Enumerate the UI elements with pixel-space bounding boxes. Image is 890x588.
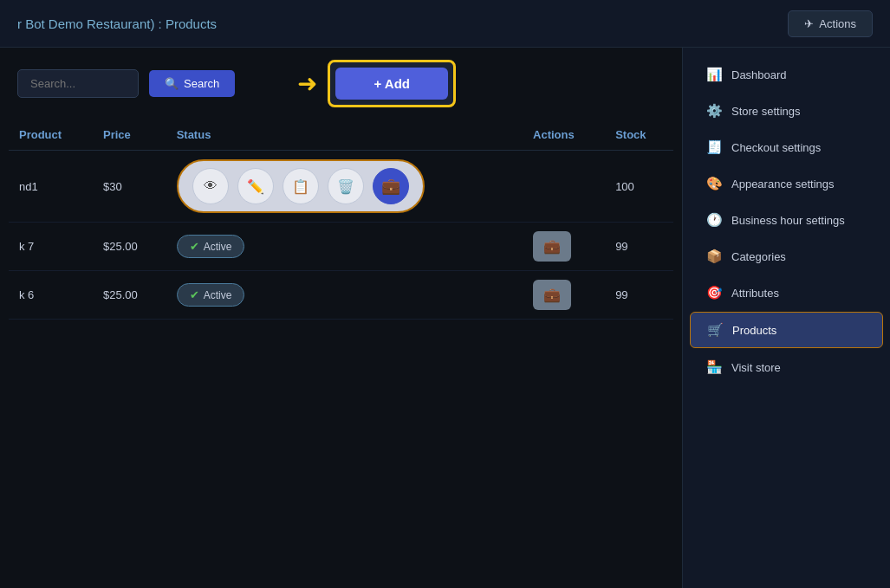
main-layout: 🔍 Search ➜ + Add Product Price Status Ac…	[0, 48, 890, 588]
sidebar-item-dashboard[interactable]: 📊 Dashboard	[690, 57, 883, 92]
row-actions-button[interactable]: 💼	[533, 231, 571, 262]
search-input[interactable]	[17, 69, 139, 98]
cell-stock: 99	[605, 271, 673, 320]
edit-button[interactable]: ✏️	[237, 168, 274, 204]
col-product: Product	[9, 120, 93, 151]
sidebar-item-appearance-settings[interactable]: 🎨 Appearance settings	[690, 166, 883, 201]
checkout-settings-icon: 🧾	[705, 139, 723, 155]
sidebar: 📊 Dashboard ⚙️ Store settings 🧾 Checkout…	[682, 48, 890, 588]
sidebar-item-store-settings[interactable]: ⚙️ Store settings	[690, 94, 883, 128]
header: r Bot Demo Restaurant) : Products ✈ Acti…	[0, 0, 890, 48]
dashboard-icon: 📊	[705, 67, 723, 82]
row-actions-button[interactable]: 💼	[533, 280, 571, 310]
sidebar-item-label: Appearance settings	[731, 178, 867, 191]
products-table: Product Price Status Actions Stock nd1 $…	[9, 120, 673, 320]
search-icon: 🔍	[165, 77, 179, 90]
cell-price: $25.00	[93, 223, 166, 271]
delete-button[interactable]: 🗑️	[328, 168, 364, 204]
cell-status: 👁 ✏️ 📋 🗑️ 💼	[166, 151, 523, 223]
add-button-wrapper: + Add	[328, 60, 456, 107]
col-stock: Stock	[605, 120, 673, 151]
cell-product: k 7	[9, 223, 93, 271]
cell-actions: 💼	[523, 271, 605, 320]
table-row: k 7 $25.00 ✔ Active 💼 99	[9, 223, 673, 271]
cell-actions: 💼	[523, 223, 605, 271]
cell-product: nd1	[9, 151, 93, 223]
sidebar-item-label: Business hour settings	[731, 214, 867, 227]
cell-stock: 99	[605, 223, 673, 271]
content-area: 🔍 Search ➜ + Add Product Price Status Ac…	[0, 48, 682, 588]
sidebar-item-products[interactable]: 🛒 Products	[690, 312, 883, 348]
sidebar-item-label: Visit store	[731, 361, 867, 374]
cell-price: $30	[93, 151, 166, 223]
arrow-indicator: ➜	[297, 72, 317, 96]
cell-price: $25.00	[93, 271, 166, 320]
sidebar-item-label: Attributes	[731, 287, 867, 300]
page-title: r Bot Demo Restaurant) : Products	[17, 16, 217, 31]
col-status: Status	[166, 120, 523, 151]
products-table-container: Product Price Status Actions Stock nd1 $…	[0, 120, 682, 588]
briefcase-expand-button[interactable]: 💼	[373, 168, 409, 204]
store-settings-icon: ⚙️	[705, 103, 723, 119]
products-icon: 🛒	[706, 322, 724, 338]
sidebar-item-label: Checkout settings	[731, 141, 867, 154]
cell-stock: 100	[605, 151, 673, 223]
cell-actions	[523, 151, 605, 223]
cell-status: ✔ Active	[166, 223, 523, 271]
cell-status: ✔ Active	[166, 271, 523, 320]
sidebar-item-checkout-settings[interactable]: 🧾 Checkout settings	[690, 130, 883, 165]
table-row: k 6 $25.00 ✔ Active 💼 99	[9, 271, 673, 320]
actions-button[interactable]: ✈ Actions	[788, 10, 873, 37]
appearance-settings-icon: 🎨	[705, 176, 723, 191]
sidebar-item-label: Dashboard	[731, 68, 867, 81]
attributes-icon: 🎯	[705, 285, 723, 300]
status-badge: ✔ Active	[177, 283, 245, 307]
check-icon: ✔	[190, 288, 199, 301]
sidebar-item-categories[interactable]: 📦 Categories	[690, 239, 883, 274]
sidebar-item-visit-store[interactable]: 🏪 Visit store	[690, 350, 883, 384]
table-row: nd1 $30 👁 ✏️ 📋 🗑️ 💼 100	[9, 151, 673, 223]
copy-button[interactable]: 📋	[283, 168, 319, 204]
toolbar: 🔍 Search ➜ + Add	[0, 48, 682, 120]
search-button[interactable]: 🔍 Search	[149, 70, 235, 97]
cell-product: k 6	[9, 271, 93, 320]
sidebar-item-label: Categories	[731, 250, 867, 263]
categories-icon: 📦	[705, 249, 723, 264]
col-actions: Actions	[523, 120, 605, 151]
actions-icon: ✈	[804, 17, 814, 30]
visit-store-icon: 🏪	[705, 359, 723, 375]
col-price: Price	[93, 120, 166, 151]
sidebar-item-business-hours[interactable]: 🕐 Business hour settings	[690, 203, 883, 237]
sidebar-item-attributes[interactable]: 🎯 Attributes	[690, 275, 883, 310]
sidebar-item-label: Store settings	[731, 105, 867, 118]
sidebar-item-label: Products	[732, 324, 867, 337]
add-button[interactable]: + Add	[335, 68, 448, 100]
status-badge: ✔ Active	[177, 235, 245, 258]
row-action-buttons: 👁 ✏️ 📋 🗑️ 💼	[177, 159, 425, 213]
check-icon: ✔	[190, 240, 199, 253]
business-hours-icon: 🕐	[705, 212, 723, 228]
view-button[interactable]: 👁	[192, 168, 229, 204]
